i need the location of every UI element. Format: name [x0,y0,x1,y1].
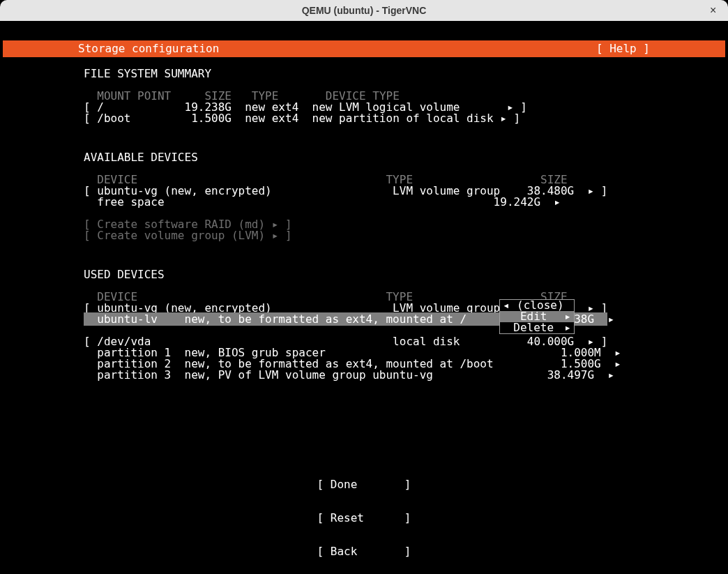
create-lvm-button[interactable]: [ Create volume group (LVM) ▸ ] [84,230,644,241]
reset-button[interactable]: [ Reset ] [0,513,728,524]
chevron-right-icon: ▸ [554,195,561,209]
context-menu: ◂(close) Edit▸ Delete▸ [499,299,575,334]
help-button[interactable]: [ Help ] [596,43,650,54]
available-label: AVAILABLE DEVICES [84,152,644,163]
used-partition-row[interactable]: partition 3 new, PV of LVM volume group … [84,370,644,381]
chevron-right-icon: ▸ [272,229,279,242]
fs-summary-row[interactable]: [ /boot 1.500G new ext4 new partition of… [84,113,644,124]
chevron-right-icon: ▸ [614,357,621,370]
used-label: USED DEVICES [84,269,644,280]
chevron-right-icon: ▸ [500,112,507,125]
menu-delete[interactable]: Delete▸ [500,322,574,333]
back-button[interactable]: [ Back ] [0,546,728,557]
chevron-left-icon: ◂ [503,300,510,311]
window-titlebar: QEMU (ubuntu) - TigerVNC × [0,0,728,21]
chevron-right-icon: ▸ [564,322,571,333]
available-row[interactable]: free space 19.242G ▸ [84,197,644,208]
window-title: QEMU (ubuntu) - TigerVNC [302,5,427,16]
chevron-right-icon: ▸ [607,368,614,382]
header-bar: Storage configuration [ Help ] [3,40,725,57]
page-title: Storage configuration [78,43,219,54]
close-icon[interactable]: × [710,5,721,16]
chevron-right-icon: ▸ [587,184,594,197]
chevron-right-icon: ▸ [607,312,614,326]
done-button[interactable]: [ Done ] [0,479,728,490]
fs-summary-label: FILE SYSTEM SUMMARY [84,68,644,80]
